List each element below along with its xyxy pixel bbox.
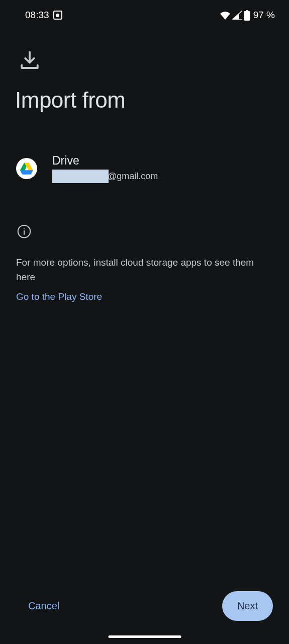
option-title: Drive xyxy=(52,154,158,168)
option-email: @gmail.com xyxy=(52,170,158,183)
content: Import from Drive @gmail.com For more op… xyxy=(0,30,289,644)
wifi-icon xyxy=(220,11,231,20)
download-icon xyxy=(19,50,40,71)
battery-percent: 97 % xyxy=(253,10,275,21)
svg-rect-1 xyxy=(246,10,248,12)
email-suffix: @gmail.com xyxy=(108,171,158,182)
play-store-link[interactable]: Go to the Play Store xyxy=(16,291,273,302)
status-left: 08:33 xyxy=(25,10,62,21)
info-block: For more options, install cloud storage … xyxy=(16,224,273,302)
page-title: Import from xyxy=(15,88,273,113)
svg-point-4 xyxy=(24,228,25,229)
info-text: For more options, install cloud storage … xyxy=(16,256,273,284)
import-option-drive[interactable]: Drive @gmail.com xyxy=(16,150,273,187)
drive-icon xyxy=(16,158,37,179)
status-bar: 08:33 97 % xyxy=(0,0,289,30)
cancel-button[interactable]: Cancel xyxy=(28,600,59,612)
nav-bar-handle[interactable] xyxy=(108,635,181,638)
camera-indicator-icon xyxy=(53,11,62,20)
signal-icon xyxy=(232,11,242,20)
svg-rect-0 xyxy=(244,11,250,21)
redacted-email-prefix xyxy=(52,170,109,183)
next-button[interactable]: Next xyxy=(222,591,273,621)
battery-icon xyxy=(244,10,250,21)
option-text: Drive @gmail.com xyxy=(52,154,158,183)
footer: Cancel Next xyxy=(0,591,289,621)
info-icon xyxy=(17,224,31,238)
status-time: 08:33 xyxy=(25,10,49,21)
status-right: 97 % xyxy=(220,10,275,21)
